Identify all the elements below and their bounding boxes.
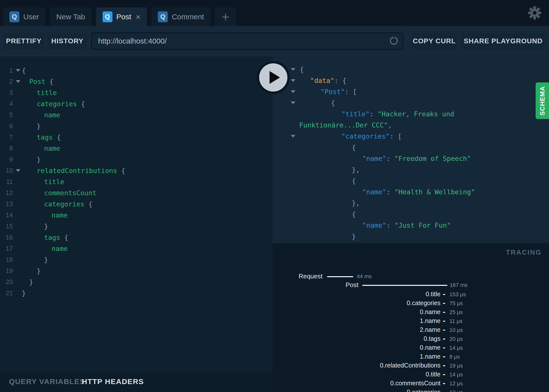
collapse-arrow-icon[interactable]	[291, 68, 295, 71]
response-line: "name": "Health & Wellbeing"	[273, 186, 549, 197]
code-line[interactable]: 13categories {	[0, 198, 273, 210]
tab-user[interactable]: Q User	[3, 7, 45, 26]
response-text: {	[299, 144, 549, 151]
code-text: }	[22, 122, 273, 130]
http-headers-tab[interactable]: HTTP HEADERS	[82, 377, 144, 386]
code-line[interactable]: 20}	[0, 276, 273, 288]
line-number: 3	[0, 89, 14, 97]
code-text: categories {	[22, 200, 273, 208]
tab-comment[interactable]: Q Comment	[151, 7, 210, 26]
code-token: categories	[44, 200, 84, 208]
close-tab-icon[interactable]: ×	[136, 13, 141, 21]
tab-label: Comment	[172, 13, 204, 21]
tab-new-tab[interactable]: New Tab	[50, 7, 91, 26]
code-token: ,	[388, 121, 392, 129]
code-token: categories	[37, 100, 77, 108]
tracing-row: 0.name25 μs	[273, 308, 549, 317]
code-line[interactable]: 4categories {	[0, 98, 273, 109]
tracing-row: 1.name8 μs	[273, 352, 549, 361]
code-line[interactable]: 11title	[0, 176, 273, 187]
code-line[interactable]: 15}	[0, 221, 273, 232]
fold-arrow-icon[interactable]	[16, 69, 20, 72]
tracing-time: 14 μs	[449, 371, 463, 378]
code-text: name	[22, 245, 273, 252]
tracing-bar	[443, 356, 445, 357]
code-token: {	[45, 78, 54, 85]
tracing-bar	[443, 365, 445, 366]
code-line[interactable]: 18}	[0, 254, 273, 265]
code-line[interactable]: 7tags {	[0, 132, 273, 143]
code-line[interactable]: 19}	[0, 265, 273, 276]
tracing-field-label: 1.name	[273, 317, 440, 324]
code-token: :	[386, 155, 395, 162]
schema-tab[interactable]: SCHEMA	[536, 82, 549, 119]
response-line: "title": "Hacker, Freaks und	[273, 108, 549, 120]
tracing-field-label: 0.title	[273, 291, 440, 298]
code-line[interactable]: 17name	[0, 243, 273, 254]
code-line[interactable]: 14name	[0, 210, 273, 221]
toolbar: PRETTIFY HISTORY COPY CURL SHARE PLAYGRO…	[0, 26, 549, 56]
history-button[interactable]: HISTORY	[48, 33, 87, 49]
code-text: name	[22, 111, 273, 119]
code-line[interactable]: 9}	[0, 154, 273, 165]
code-line[interactable]: 1{	[0, 65, 273, 76]
prettify-button[interactable]: PRETTIFY	[3, 33, 44, 49]
line-number: 4	[0, 100, 14, 108]
fold-arrow-icon[interactable]	[16, 80, 20, 83]
code-token: }	[37, 122, 41, 130]
code-line[interactable]: 3title	[0, 87, 273, 98]
tab-bar: Q User New Tab Q Post × Q Comment +	[0, 0, 549, 26]
code-token: "Health & Wellbeing"	[394, 188, 475, 196]
code-token: : [	[390, 132, 402, 140]
code-line[interactable]: 10relatedContributions {	[0, 165, 273, 176]
line-number: 14	[0, 211, 14, 219]
collapse-arrow-icon[interactable]	[291, 79, 295, 82]
code-line[interactable]: 2Post {	[0, 76, 273, 87]
response-lines: {"data": {"Post": [{"title": "Hacker, Fr…	[273, 64, 549, 243]
tracing-field-label: 0.name	[273, 344, 440, 351]
query-variables-tab[interactable]: QUERY VARIABLES	[9, 377, 85, 386]
collapse-arrow-slot	[291, 79, 299, 82]
tracing-bar	[443, 321, 445, 322]
code-line[interactable]: 5name	[0, 109, 273, 121]
url-input[interactable]	[91, 32, 403, 50]
collapse-arrow-icon[interactable]	[291, 90, 295, 93]
tracing-row: 0.categories75 μs	[273, 299, 549, 308]
copy-curl-button[interactable]: COPY CURL	[412, 33, 457, 49]
fold-arrow-icon[interactable]	[16, 169, 20, 172]
response-text: Funktionäre...Der CCC",	[299, 121, 549, 129]
response-line: {	[273, 64, 549, 75]
response-line: }	[273, 231, 549, 242]
code-token: {	[300, 66, 304, 73]
code-text: relatedContributions {	[22, 167, 273, 174]
response-line: {	[273, 209, 549, 220]
query-editor[interactable]: 1{2Post {3title4categories {5name6}7tags…	[0, 56, 273, 392]
tab-post[interactable]: Q Post ×	[96, 7, 147, 26]
code-line[interactable]: 8name	[0, 143, 273, 154]
response-line: "name": "Just For Fun"	[273, 220, 549, 231]
response-text: }	[299, 233, 549, 240]
tracing-row: 0.categories13 μs	[273, 388, 549, 392]
response-line: {	[273, 97, 549, 108]
settings-gear-icon[interactable]	[527, 5, 542, 20]
play-button[interactable]	[257, 61, 290, 94]
share-playground-button[interactable]: SHARE PLAYGROUND	[460, 33, 546, 49]
tracing-field-label: 0.name	[273, 308, 440, 316]
code-token: commentsCount	[44, 189, 96, 197]
code-line[interactable]: 6}	[0, 121, 273, 132]
add-tab-button[interactable]: +	[215, 7, 236, 26]
tracing-panel: TRACING Request 44 ms Post 167 ms 0.titl…	[273, 243, 549, 392]
collapse-arrow-icon[interactable]	[291, 101, 295, 104]
code-line[interactable]: 16tags {	[0, 232, 273, 243]
reload-icon[interactable]	[388, 36, 399, 47]
collapse-arrow-icon[interactable]	[291, 135, 295, 138]
fold-arrow-slot	[14, 169, 22, 172]
code-line[interactable]: 21}	[0, 288, 273, 299]
query-editor-lines: 1{2Post {3title4categories {5name6}7tags…	[0, 65, 273, 299]
response-line: {	[273, 175, 549, 186]
code-line[interactable]: 12commentsCount	[0, 187, 273, 198]
line-number: 21	[0, 289, 14, 297]
code-token: {	[77, 100, 85, 108]
line-number: 11	[0, 178, 14, 186]
code-token: "name"	[362, 155, 386, 162]
